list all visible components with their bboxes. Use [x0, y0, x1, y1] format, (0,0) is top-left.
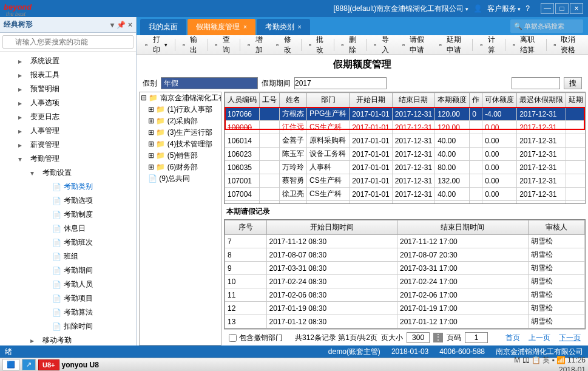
- pager-first[interactable]: 首页: [505, 333, 520, 343]
- task-u8plus[interactable]: U8+: [38, 359, 59, 370]
- col-header[interactable]: 开始日期: [350, 93, 392, 107]
- org-item[interactable]: ⊞ 📁 (5)销售部: [140, 150, 221, 162]
- tab-search-input[interactable]: 🔍 单据条码搜索: [510, 19, 583, 33]
- customer-service[interactable]: 客户服务: [487, 4, 521, 14]
- nav-item[interactable]: ▾考勤设置: [0, 166, 136, 180]
- page-size-input[interactable]: [407, 332, 430, 343]
- tab-close-icon[interactable]: ×: [298, 24, 302, 30]
- nav-item[interactable]: 📄考勤选项: [0, 194, 136, 208]
- table-row[interactable]: 122017-01-19 08:302017-01-19 17:00胡雪松: [225, 302, 585, 315]
- toolbar-导入[interactable]: ▫导入: [369, 33, 396, 57]
- nav-item[interactable]: 📄考勤制度: [0, 208, 136, 222]
- table-row[interactable]: 107005夏旭设备采购科2017-01-012017-12-3140.000.…: [225, 201, 586, 205]
- company-name[interactable]: [888](default)南京金浦锦湖化工有限公司: [334, 4, 468, 14]
- filter-period[interactable]: [294, 77, 387, 89]
- help-icon[interactable]: ?: [525, 4, 530, 13]
- table-row[interactable]: 106035万玲玲人事科2017-01-012017-12-3180.000.0…: [225, 161, 586, 174]
- page-size-stepper[interactable]: ⋮: [433, 333, 443, 342]
- col-header[interactable]: 开始日期时间: [266, 220, 397, 235]
- nav-item[interactable]: 📄考勤类别: [0, 180, 136, 194]
- org-item[interactable]: ⊟ 📁 南京金浦锦湖化工有限公司: [140, 92, 221, 104]
- nav-item[interactable]: ▸薪资管理: [0, 138, 136, 152]
- col-header[interactable]: 延期: [566, 93, 586, 107]
- nav-item[interactable]: 📄考勤班次: [0, 236, 136, 250]
- table-row[interactable]: 106023陈玉军设备工务科2017-01-012017-12-3140.000…: [225, 148, 586, 161]
- col-header[interactable]: 可休额度: [482, 93, 517, 107]
- tray-icons[interactable]: M 🕮 📋 英 ▪ 📶: [514, 356, 566, 364]
- table-row[interactable]: 112017-02-06 08:302017-02-06 17:00胡雪松: [225, 288, 585, 302]
- col-header[interactable]: 作: [470, 93, 482, 107]
- col-header[interactable]: 结束日期: [392, 93, 434, 107]
- tab-close-icon[interactable]: ×: [243, 24, 247, 30]
- filter-leave-type[interactable]: [161, 77, 258, 89]
- table-row[interactable]: 107004徐卫亮CS生产科2017-01-012017-12-3140.000…: [225, 188, 586, 201]
- toolbar-计算[interactable]: ▫计算: [475, 33, 502, 57]
- close-button[interactable]: ×: [570, 3, 583, 14]
- pager-next[interactable]: 下一页: [559, 333, 581, 343]
- toolbar-批改[interactable]: ▫批改: [304, 33, 331, 57]
- org-item[interactable]: ⊞ 📁 (6)财务部: [140, 162, 221, 173]
- nav-item[interactable]: ▸人事选项: [0, 96, 136, 110]
- toolbar-修改[interactable]: ▫修改: [271, 33, 299, 57]
- col-header[interactable]: 结束日期时间: [397, 220, 528, 235]
- sidebar-search-input[interactable]: [2, 35, 133, 49]
- table-row[interactable]: 107001蔡智勇CS生产科2017-01-012017-12-31132.00…: [225, 174, 586, 188]
- table-row[interactable]: 132017-01-12 08:302017-01-12 17:00胡雪松: [225, 315, 585, 328]
- nav-item[interactable]: 📄班组: [0, 250, 136, 264]
- page-num-input[interactable]: [465, 332, 488, 343]
- nav-item[interactable]: 📄扣除时间: [0, 319, 136, 333]
- org-item[interactable]: 📄 (9)总共同: [140, 173, 221, 185]
- nav-item[interactable]: 📄考勤算法: [0, 305, 136, 319]
- filter-search-button[interactable]: 搜: [564, 77, 582, 89]
- nav-item[interactable]: ▸人事管理: [0, 124, 136, 138]
- nav-item[interactable]: 📄考勤项目: [0, 291, 136, 305]
- task-u8-label[interactable]: yonyou U8: [62, 361, 99, 369]
- table-row[interactable]: 102017-02-24 08:302017-02-24 17:00胡雪松: [225, 275, 585, 288]
- nav-item[interactable]: ▾考勤管理: [0, 152, 136, 166]
- org-item[interactable]: ⊞ 📁 (2)采购部: [140, 115, 221, 127]
- toolbar-请假申请[interactable]: ▫请假申请: [397, 33, 433, 57]
- col-header[interactable]: 审核人: [528, 220, 585, 235]
- col-header[interactable]: 部门: [307, 93, 350, 107]
- nav-item[interactable]: ▸报表工具: [0, 68, 136, 82]
- col-header[interactable]: 人员编码: [225, 93, 260, 107]
- filter-extra-input[interactable]: [512, 77, 560, 89]
- nav-item[interactable]: 📄休息日: [0, 222, 136, 236]
- table-row[interactable]: 107066方根杰PPG生产科2017-01-012017-12-31120.0…: [225, 107, 586, 121]
- minimize-button[interactable]: —: [541, 3, 554, 14]
- org-item[interactable]: ⊞ 📁 (1)行政人事部: [140, 104, 221, 115]
- table-row[interactable]: 100000江住远CS生产科2017-01-012017-12-31120.00…: [225, 121, 586, 134]
- table-row[interactable]: 82017-08-07 08:302017-08-07 20:30胡雪松: [225, 248, 585, 262]
- pager-prev[interactable]: 上一页: [529, 333, 550, 343]
- table-row[interactable]: 106014金善子原料采购科2017-01-012017-12-3140.000…: [225, 134, 586, 148]
- pin-icon[interactable]: 📌: [117, 21, 126, 29]
- col-header[interactable]: 工号: [260, 93, 280, 107]
- task-arrow[interactable]: ↗: [22, 359, 36, 370]
- col-header[interactable]: 序号: [225, 220, 267, 235]
- toolbar-离职结算[interactable]: ▫离职结算: [508, 33, 544, 57]
- table-row[interactable]: 92017-03-31 08:302017-03-31 17:00胡雪松: [225, 262, 585, 275]
- col-header[interactable]: 本期额度: [435, 93, 470, 107]
- org-item[interactable]: ⊞ 📁 (3)生产运行部: [140, 127, 221, 138]
- toolbar-打印[interactable]: ▫打印: [140, 33, 172, 57]
- org-item[interactable]: ⊞ 📁 (4)技术管理部: [140, 138, 221, 150]
- nav-item[interactable]: ▸移动考勤: [0, 333, 136, 345]
- toolbar-删除[interactable]: ▫删除: [336, 33, 363, 57]
- nav-item[interactable]: ▸变更日志: [0, 110, 136, 124]
- col-header[interactable]: 最迟休假期限: [517, 93, 566, 107]
- col-header[interactable]: 姓名: [280, 93, 307, 107]
- task-start[interactable]: 🟦: [2, 359, 19, 370]
- nav-item[interactable]: 📄考勤人员: [0, 277, 136, 291]
- close-sidebar-icon[interactable]: ×: [128, 21, 132, 29]
- nav-item[interactable]: ▸预警明细: [0, 82, 136, 96]
- menu-icon[interactable]: ▾: [110, 21, 114, 29]
- include-cancelled-checkbox[interactable]: [229, 334, 237, 342]
- nav-item[interactable]: ▸系统设置: [0, 54, 136, 68]
- maximize-button[interactable]: □: [555, 3, 569, 14]
- toolbar-取消资格[interactable]: ▫取消资格: [549, 33, 584, 57]
- toolbar-输出[interactable]: ▫输出: [178, 33, 205, 57]
- toolbar-延期申请[interactable]: ▫延期申请: [434, 33, 470, 57]
- toolbar-查询[interactable]: ▫查询: [210, 33, 237, 57]
- nav-item[interactable]: 📄考勤期间: [0, 264, 136, 277]
- table-row[interactable]: 72017-11-12 08:302017-11-12 17:00胡雪松: [225, 235, 585, 248]
